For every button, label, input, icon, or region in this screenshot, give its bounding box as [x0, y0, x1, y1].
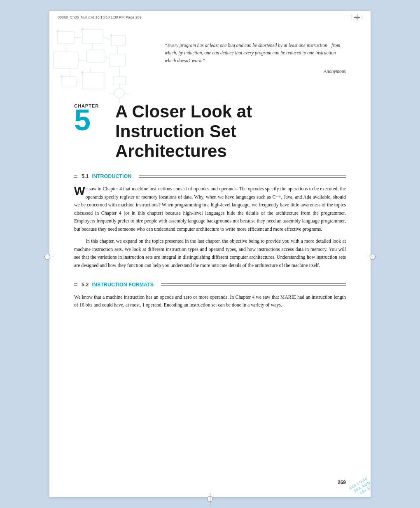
section-51-paragraph1: We saw in Chapter 4 that machine instruc…	[74, 185, 346, 233]
section-52-heading: 5.2 INSTRUCTION FORMATS	[74, 282, 346, 288]
section-line-left	[74, 176, 77, 178]
svg-rect-3	[86, 50, 105, 62]
section-51-para1-text: e saw in Chapter 4 that machine instruct…	[74, 186, 346, 232]
reg-mark-right	[370, 254, 376, 260]
svg-point-17	[56, 30, 59, 33]
section-51-heading: 5.1 INTRODUCTION	[74, 173, 346, 179]
file-header: 00068_Ch05_Null.qxd 10/13/10 1:30 PM Pag…	[58, 14, 362, 21]
chapter-title: A Closer Look at Instruction Set Archite…	[115, 100, 346, 162]
svg-point-19	[110, 34, 112, 37]
section-51-paragraph2: In this chapter, we expand on the topics…	[74, 237, 346, 269]
svg-rect-2	[54, 52, 78, 68]
section-51-label: INTRODUCTION	[92, 173, 131, 179]
circuit-decoration	[49, 23, 132, 114]
svg-rect-0	[58, 31, 74, 44]
svg-line-9	[103, 36, 111, 40]
section-line-right	[139, 176, 346, 178]
svg-rect-1	[82, 29, 103, 44]
page: 00068_Ch05_Null.qxd 10/13/10 1:30 PM Pag…	[49, 11, 371, 497]
section-52-label: INSTRUCTION FORMATS	[92, 282, 154, 288]
section-52-number: 5.2	[82, 282, 89, 288]
file-header-text: 00068_Ch05_Null.qxd 10/13/10 1:30 PM Pag…	[58, 15, 352, 19]
svg-point-21	[81, 71, 84, 74]
corner-decoration: 109 LOAD10A ADD10a ST	[338, 456, 371, 497]
reg-mark-bottom	[207, 496, 213, 502]
quote-text: “Every program has at least one bug and …	[165, 43, 340, 63]
drop-cap-w: W	[74, 186, 85, 196]
reg-mark-left	[44, 254, 50, 260]
svg-rect-7	[109, 54, 126, 66]
section-51-number: 5.1	[82, 173, 89, 179]
svg-point-18	[81, 28, 84, 30]
section-51-body: We saw in Chapter 4 that machine instruc…	[49, 185, 371, 269]
svg-line-13	[105, 56, 109, 59]
section-52-paragraph1: We know that a machine instruction has a…	[74, 293, 346, 309]
svg-rect-4	[62, 77, 76, 87]
svg-point-25	[114, 88, 124, 98]
section-52-body: We know that a machine instruction has a…	[49, 293, 371, 309]
quote-attribution: —Anonymous	[165, 68, 346, 75]
section-52-line-right	[161, 283, 346, 286]
svg-rect-6	[111, 35, 126, 46]
svg-point-20	[61, 75, 63, 78]
section-52-line-left	[74, 283, 77, 286]
corner-text: 109 LOAD10A ADD10a ST	[348, 476, 371, 497]
svg-rect-5	[82, 73, 105, 89]
